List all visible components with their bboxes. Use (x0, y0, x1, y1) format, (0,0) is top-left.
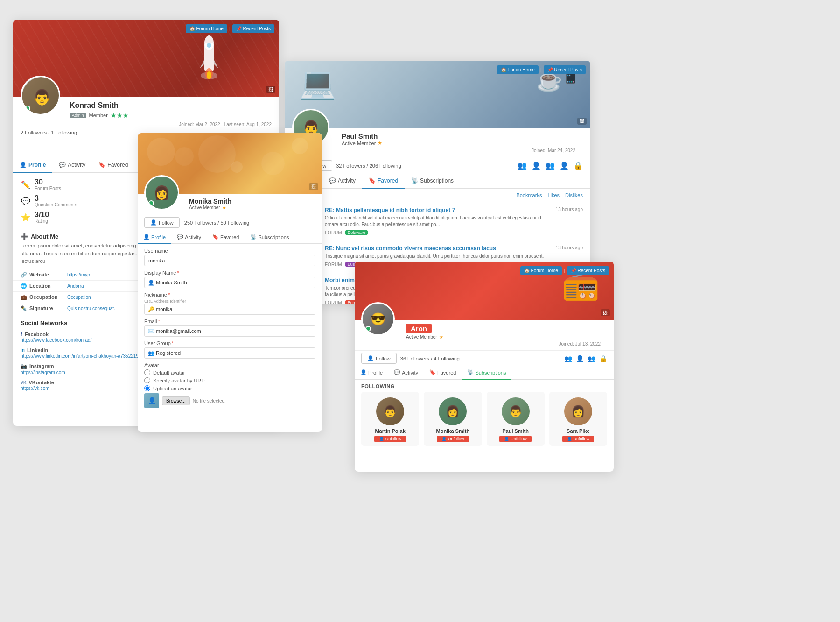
banner-image-icon[interactable]: 🖼 (266, 86, 275, 93)
aron-joined: Joined: Jul 13, 2022 (361, 339, 607, 346)
bookmarks-action[interactable]: Bookmarks (516, 192, 542, 198)
posts-icon3: 📌 (571, 268, 576, 273)
online-status-dot (25, 106, 30, 111)
paul-action-4[interactable]: 👤 (560, 161, 569, 170)
paul-name: Paul Smith (342, 132, 583, 140)
aron-online-dot (365, 326, 371, 332)
rocket-illustration (195, 29, 223, 80)
paul-recent-posts-btn[interactable]: 📌 Recent Posts (544, 65, 586, 74)
paul-favored-header: Total Posts: 4 Bookmarks Likes Dislikes (285, 189, 590, 202)
profile-tab-icon: 👤 (20, 162, 27, 168)
aron-star-icon: ★ (439, 334, 443, 339)
aron-forum-home-btn[interactable]: 🏠 Forum Home (520, 266, 562, 275)
instagram-icon: 📷 (21, 363, 27, 369)
forum-home-btn[interactable]: 🏠 Forum Home (186, 24, 227, 33)
aron-profile-tab-icon: 👤 (360, 369, 367, 375)
bookmark-body-2: Tristique magna sit amet purus gravida q… (325, 253, 550, 260)
no-file-label: No file selected. (193, 398, 226, 403)
display-name-input[interactable] (144, 277, 315, 288)
aron-action-2[interactable]: 👤 (576, 355, 584, 362)
aron-profile-area: 😎 Aron Active Member ★ Joined: Jul 13, 2… (355, 320, 614, 350)
paul-unfollow-btn[interactable]: 👤 Unfollow (499, 436, 532, 442)
paul-banner-image-icon[interactable]: 🖼 (577, 118, 587, 125)
aron-favored-tab-icon: 🔖 (429, 369, 436, 375)
monika-edit-card: 🖼 👩 Monika Smith Active Member ★ 👤 Follo… (138, 133, 322, 432)
subs-form-tab-icon: 📡 (250, 234, 257, 240)
paul-tab-favored[interactable]: 🔖 Favored (362, 174, 405, 189)
aron-action-1[interactable]: 👥 (564, 355, 572, 362)
monika-banner-image-icon[interactable]: 🖼 (309, 183, 318, 190)
likes-action[interactable]: Likes (547, 192, 560, 198)
paul-tab-activity[interactable]: 💬 Activity (322, 174, 362, 189)
paul-action-3[interactable]: 👥 (546, 161, 555, 170)
forum-label-2: FORUM (325, 262, 342, 267)
browse-row: 👤 Browse... No file selected. (144, 393, 315, 408)
nickname-input[interactable] (144, 304, 315, 315)
avatar-label: Avatar (144, 362, 315, 368)
form-tab-subscriptions[interactable]: 📡 Subscriptions (245, 231, 294, 244)
martin-unfollow-btn[interactable]: 👤 Unfollow (374, 436, 406, 442)
paul-follow-avatar: 👨 (502, 397, 530, 425)
user-group-select[interactable]: Registered (144, 347, 315, 359)
form-row-user-group: User Group * 👥 Registered (144, 340, 315, 359)
dislikes-action[interactable]: Dislikes (565, 192, 583, 198)
aron-banner-image-icon[interactable]: 🖼 (601, 309, 610, 316)
avatar-upload-option[interactable]: Upload an avatar (144, 385, 315, 391)
home-icon3: 🏠 (524, 268, 530, 273)
paul-star-icon: ★ (378, 140, 382, 146)
nickname-label: Nickname * (144, 292, 315, 297)
sara-avatar: 👩 (564, 397, 592, 425)
avatar-default-option[interactable]: Default avatar (144, 369, 315, 375)
recent-posts-btn[interactable]: 📌 Recent Posts (232, 24, 274, 33)
bookmark-title-1: RE: Mattis pellentesque id nibh tortor i… (325, 207, 550, 213)
paul-tab-subscriptions[interactable]: 📡 Subscriptions (405, 174, 460, 189)
paul-action-2[interactable]: 👤 (532, 161, 541, 170)
aron-tab-favored[interactable]: 🔖 Favored (424, 366, 462, 380)
posts-icon2: 📌 (547, 67, 553, 72)
paul-action-5[interactable]: 🔒 (574, 161, 583, 170)
email-input[interactable] (144, 325, 315, 337)
konrad-banner-nav: 🏠 Forum Home | 📌 Recent Posts (186, 24, 274, 33)
monika-follow-btn[interactable]: 👤 Follow (144, 217, 180, 228)
nickname-field-icon: 🔑 (148, 306, 154, 312)
stat-forum-posts: ✏️ 30Forum Posts (21, 178, 144, 191)
aron-member-status: Active Member ★ (406, 334, 607, 339)
aron-follow-btn[interactable]: 👤 Follow (361, 353, 397, 364)
aron-subs-tab-icon: 📡 (467, 369, 474, 375)
sara-unfollow-btn[interactable]: 👤 Unfollow (562, 436, 595, 442)
aron-tab-activity[interactable]: 💬 Activity (388, 366, 424, 380)
browse-button[interactable]: Browse... (162, 396, 190, 405)
aron-action-3[interactable]: 👥 (588, 355, 595, 362)
forum-tag-1: Delaware (345, 230, 368, 235)
following-item-martin: 👨 Martin Polak 👤 Unfollow (361, 392, 419, 446)
home-icon2: 🏠 (501, 67, 506, 72)
unfollow-icon-sara: 👤 (567, 437, 572, 441)
form-tab-activity[interactable]: 💬 Activity (171, 231, 207, 244)
monika-unfollow-btn[interactable]: 👤 Unfollow (437, 436, 469, 442)
username-input[interactable] (144, 255, 315, 266)
aron-actions-bar: 👤 Follow 36 Followers / 4 Following 👥 👤 … (355, 350, 614, 366)
aron-action-4[interactable]: 🔒 (599, 355, 607, 362)
unfollow-icon-martin: 👤 (379, 437, 384, 441)
aron-tab-subscriptions[interactable]: 📡 Subscriptions (462, 366, 511, 380)
tab-favored[interactable]: 🔖 Favored (92, 158, 134, 173)
admin-badge: Admin (70, 113, 86, 118)
avatar-url-option[interactable]: Specify avatar by URL: (144, 377, 315, 383)
following-label: FOLLOWING (355, 380, 614, 392)
monika-avatar: 👩 (144, 175, 179, 210)
form-tab-profile[interactable]: 👤 Profile (138, 231, 171, 244)
tab-activity[interactable]: 💬 Activity (52, 158, 92, 173)
monika-follow-bar: 👤 Follow 250 Followers / 50 Following (138, 214, 322, 231)
about-icon: ➕ (21, 233, 28, 240)
paul-actions-bar: 👤 Unfollow 32 Followers / 206 Following … (285, 157, 590, 174)
user-group-label: User Group * (144, 340, 315, 346)
form-tab-favored[interactable]: 🔖 Favored (207, 231, 245, 244)
aron-avatar: 😎 (361, 302, 395, 336)
paul-action-1[interactable]: 👥 (518, 161, 527, 170)
tab-profile[interactable]: 👤 Profile (13, 158, 52, 173)
paul-forum-home-btn[interactable]: 🏠 Forum Home (497, 65, 539, 74)
monika-follow-name: Monika Smith (436, 428, 470, 434)
email-label: Email * (144, 318, 315, 324)
aron-tab-profile[interactable]: 👤 Profile (355, 366, 388, 380)
aron-recent-posts-btn[interactable]: 📌 Recent Posts (567, 266, 609, 275)
